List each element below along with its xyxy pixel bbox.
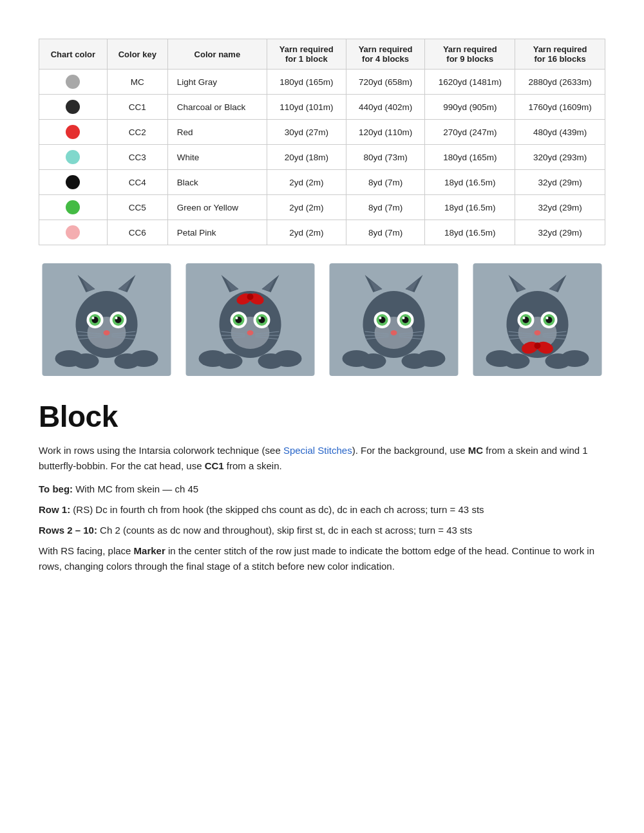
table-header: Yarn requiredfor 16 blocks: [515, 39, 605, 70]
yarn-value-cell: 8yd (7m): [346, 220, 425, 245]
yarn-value-cell: 30yd (27m): [267, 120, 346, 145]
color-dot-cell: [39, 145, 108, 170]
svg-point-14: [92, 317, 95, 319]
color-dot-cell: [39, 195, 108, 220]
svg-point-19: [104, 330, 110, 335]
block-para-tobeg: To beg: With MC from skein — ch 45: [39, 482, 605, 497]
table-row: CC6Petal Pink2yd (2m)8yd (7m)18yd (16.5m…: [39, 220, 605, 245]
color-key-cell: CC1: [107, 95, 167, 120]
color-dot: [66, 75, 80, 89]
yarn-value-cell: 120yd (110m): [346, 120, 425, 145]
svg-point-57: [361, 353, 386, 369]
cat-image-3: [326, 263, 462, 376]
color-key-cell: CC4: [107, 170, 167, 195]
yarn-value-cell: 20yd (18m): [267, 145, 346, 170]
svg-point-4: [115, 353, 140, 369]
color-dot-cell: [39, 120, 108, 145]
table-row: CC3White20yd (18m)80yd (73m)180yd (165m)…: [39, 145, 605, 170]
yarn-value-cell: 180yd (165m): [267, 70, 346, 95]
tobeg-text: With MC from skein — ch 45: [73, 483, 198, 494]
table-row: MCLight Gray180yd (165m)720yd (658m)1620…: [39, 70, 605, 95]
yarn-table: Chart colorColor keyColor nameYarn requi…: [39, 39, 605, 245]
cat-images-row: [39, 263, 605, 376]
color-dot-cell: [39, 95, 108, 120]
yarn-value-cell: 18yd (16.5m): [425, 220, 515, 245]
yarn-value-cell: 320yd (293m): [515, 145, 605, 170]
color-name-cell: Petal Pink: [167, 220, 267, 245]
table-header: Yarn requiredfor 4 blocks: [346, 39, 425, 70]
svg-point-40: [236, 317, 238, 319]
table-header: Color key: [107, 39, 167, 70]
tobeg-label: To beg:: [39, 483, 73, 494]
svg-point-95: [523, 317, 526, 319]
svg-point-44: [259, 317, 261, 319]
yarn-value-cell: 480yd (439m): [515, 120, 605, 145]
color-dot-cell: [39, 220, 108, 245]
cat-image-4: [469, 263, 605, 376]
special-stitches-link[interactable]: Special Stitches: [283, 445, 352, 456]
yarn-value-cell: 180yd (165m): [425, 145, 515, 170]
yarn-value-cell: 720yd (658m): [346, 70, 425, 95]
yarn-value-cell: 1760yd (1609m): [515, 95, 605, 120]
color-name-cell: Light Gray: [167, 70, 267, 95]
block-para-marker: With RS facing, place Marker in the cent…: [39, 543, 605, 574]
color-key-cell: CC5: [107, 195, 167, 220]
color-name-cell: Charcoal or Black: [167, 95, 267, 120]
block-para-rows2-10: Rows 2 – 10: Ch 2 (counts as dc now and …: [39, 523, 605, 538]
svg-point-30: [258, 353, 284, 369]
svg-point-45: [247, 330, 254, 335]
yarn-value-cell: 80yd (73m): [346, 145, 425, 170]
table-row: CC1Charcoal or Black110yd (101m)440yd (4…: [39, 95, 605, 120]
table-header: Yarn requiredfor 9 blocks: [425, 39, 515, 70]
color-name-cell: Green or Yellow: [167, 195, 267, 220]
svg-point-28: [217, 353, 243, 369]
yarn-value-cell: 2yd (2m): [267, 195, 346, 220]
yarn-value-cell: 18yd (16.5m): [425, 195, 515, 220]
svg-point-83: [504, 353, 530, 369]
color-dot-cell: [39, 70, 108, 95]
svg-point-85: [545, 353, 571, 369]
color-key-cell: CC6: [107, 220, 167, 245]
color-name-cell: Red: [167, 120, 267, 145]
yarn-value-cell: 110yd (101m): [267, 95, 346, 120]
svg-point-69: [379, 317, 382, 319]
color-key-cell: CC2: [107, 120, 167, 145]
svg-point-109: [535, 342, 541, 349]
block-para-row1: Row 1: (RS) Dc in fourth ch from hook (t…: [39, 502, 605, 518]
yarn-value-cell: 32yd (29m): [515, 220, 605, 245]
yarn-value-cell: 270yd (247m): [425, 120, 515, 145]
yarn-value-cell: 1620yd (1481m): [425, 70, 515, 95]
yarn-value-cell: 2yd (2m): [267, 220, 346, 245]
svg-point-73: [402, 317, 405, 319]
yarn-value-cell: 32yd (29m): [515, 170, 605, 195]
color-dot: [66, 125, 80, 139]
rows2-10-label: Rows 2 – 10:: [39, 525, 97, 536]
svg-point-99: [546, 317, 549, 319]
svg-point-2: [73, 353, 99, 369]
row1-label: Row 1:: [39, 504, 70, 515]
color-key-cell: MC: [107, 70, 167, 95]
color-name-cell: White: [167, 145, 267, 170]
color-dot: [66, 100, 80, 114]
row1-text: (RS) Dc in fourth ch from hook (the skip…: [70, 504, 484, 515]
yarn-value-cell: 8yd (7m): [346, 170, 425, 195]
yarn-value-cell: 990yd (905m): [425, 95, 515, 120]
color-dot: [66, 225, 80, 239]
svg-point-18: [115, 317, 118, 319]
color-name-cell: Black: [167, 170, 267, 195]
color-dot: [66, 175, 80, 189]
yarn-value-cell: 18yd (16.5m): [425, 170, 515, 195]
block-intro: Work in rows using the Intarsia colorwor…: [39, 443, 605, 474]
rows2-10-text: Ch 2 (counts as dc now and throughout), …: [97, 525, 472, 536]
svg-point-100: [535, 330, 541, 335]
block-title: Block: [39, 399, 605, 434]
yarn-value-cell: 2yd (2m): [267, 170, 346, 195]
yarn-value-cell: 8yd (7m): [346, 195, 425, 220]
yarn-value-cell: 440yd (402m): [346, 95, 425, 120]
yarn-value-cell: 32yd (29m): [515, 195, 605, 220]
svg-point-59: [402, 353, 428, 369]
color-dot: [66, 150, 80, 164]
table-header: Color name: [167, 39, 267, 70]
yarn-value-cell: 2880yd (2633m): [515, 70, 605, 95]
color-dot-cell: [39, 170, 108, 195]
